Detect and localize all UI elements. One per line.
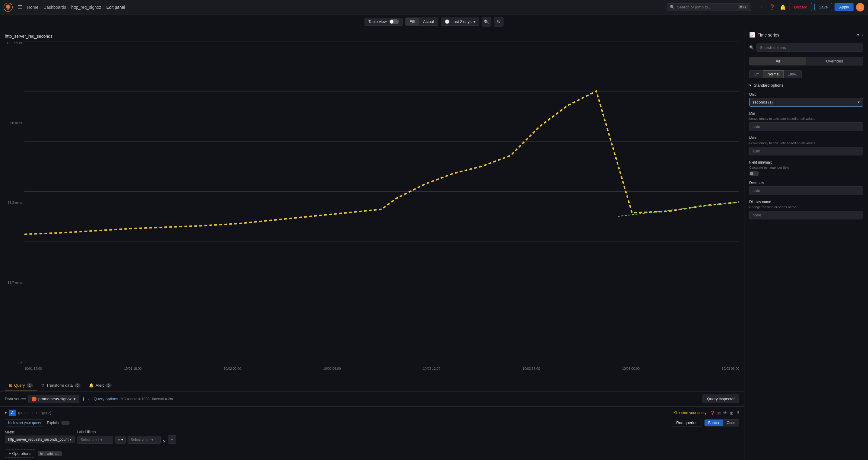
code-button[interactable]: Code [723,420,739,426]
add-button[interactable]: ＋ [758,3,766,11]
top-nav: ☰ Home › Dashboards › http_req_signoz › … [0,0,868,15]
chart-container: 1.11 hours 50 mins 33.3 mins 16.7 mins 0… [5,41,739,373]
y-label-3: 16.7 mins [7,281,22,284]
run-queries-button[interactable]: Run queries [672,419,702,427]
value-select[interactable]: Select value ▾ [127,436,161,444]
query-letter: A [9,410,16,416]
search-options-input[interactable] [756,44,863,52]
min-label: Min [749,111,863,116]
x-label-6: 10/03 00:00 [622,367,640,370]
min-sublabel: Leave empty to calculate based on all va… [749,117,863,120]
time-range-label: Last 2 days [451,19,471,24]
time-range-button[interactable]: 🕐 Last 2 days ▾ [441,18,479,26]
operator-chevron-icon: ▾ [121,438,123,442]
search-box[interactable]: 🔍 Search or jump to... ⌘+k [666,3,751,11]
dropdown-arrow-icon[interactable]: ▾ [857,33,859,37]
max-input[interactable] [749,147,863,155]
breadcrumb-sep-2: › [68,5,70,10]
avatar[interactable]: G [856,3,864,11]
unit-input-wrapper[interactable]: ▾ [749,98,863,107]
unit-input[interactable] [752,100,858,105]
breadcrumb-dashboard[interactable]: http_req_signoz [71,5,101,10]
query-builder-header: ▾ A (prometheus-signoz) Kick start your … [5,410,739,416]
metric-field-group: Metric http_server_requests_seconds_coun… [5,430,75,443]
query-inspector-button[interactable]: Query inspector [703,395,739,403]
expand-icon[interactable]: › [862,33,863,37]
datasource-bar: Data source prometheus-signoz ▾ ℹ › Quer… [0,392,744,407]
min-input[interactable] [749,122,863,131]
builder-button[interactable]: Builder [705,420,723,426]
remove-filter-button[interactable]: ✕ [162,439,166,444]
query-builder: ▾ A (prometheus-signoz) Kick start your … [0,407,744,447]
add-filter-button[interactable]: + [168,435,176,444]
breadcrumb-dashboards[interactable]: Dashboards [43,5,66,10]
display-name-input[interactable] [749,211,863,220]
kick-start-btn[interactable]: Kick start your query [5,419,44,427]
refresh-button[interactable]: ↻ [494,17,503,27]
search-icon: 🔍 [670,5,675,9]
scale-off-button[interactable]: Off [749,70,763,78]
tab-alert[interactable]: 🔔 Alert 0 [85,380,116,391]
datasource-label: Data source [5,397,26,401]
hamburger-icon[interactable]: ☰ [18,4,22,10]
table-view-switch[interactable] [389,19,399,24]
discard-button[interactable]: Discard [789,3,812,11]
explain-toggle[interactable] [61,421,70,425]
tab-query[interactable]: ⊞ Query 1 [5,380,37,391]
query-delete-icon[interactable]: 🗑 [730,410,734,415]
builder-code-toggle: Builder Code [704,419,739,427]
query-options-link[interactable]: Query options [94,397,118,401]
scale-normal-button[interactable]: Normal [763,70,784,78]
query-collapse-button[interactable]: ▾ [5,411,7,415]
display-name-label: Display name [749,200,863,204]
query-help-icon[interactable]: ❓ [710,410,715,415]
notifications-icon[interactable]: 🔔 [779,3,787,11]
decimals-input[interactable] [749,186,863,195]
query-eye-icon[interactable]: 👁 [723,410,727,415]
transform-tab-icon: ⇄ [41,383,44,387]
field-minmax-toggle-row [749,171,863,176]
right-panel-title: Time series [758,33,855,37]
zoom-out-button[interactable]: 🔍 [482,17,491,27]
table-view-toggle: Table view [365,18,403,26]
toggle-all[interactable]: All [749,57,806,65]
scale-100-button[interactable]: 100% [783,70,802,78]
metric-value: http_server_requests_seconds_count [8,437,68,441]
fill-button[interactable]: Fill [405,18,419,25]
field-minmax-toggle[interactable] [749,171,759,176]
standard-options-header[interactable]: ▾ Standard options [744,81,868,90]
datasource-info-icon[interactable]: ℹ [82,395,85,403]
apply-button[interactable]: Apply [835,3,854,11]
breadcrumb-home[interactable]: Home [27,5,38,10]
chevron-down-icon: ▾ [73,397,76,401]
query-drag-icon[interactable]: ⠿ [736,410,739,415]
query-tab-badge: 1 [27,383,33,387]
tab-transform[interactable]: ⇄ Transform data 0 [37,380,85,391]
operator-text: = [118,438,120,442]
add-operations-button[interactable]: + Operations [5,450,35,458]
select-label-text: Select label [81,438,99,442]
save-button[interactable]: Save [814,3,832,11]
query-copy-icon[interactable]: ⧉ [718,410,720,415]
grafana-logo[interactable] [4,3,13,12]
datasource-select[interactable]: prometheus-signoz ▾ [28,395,79,403]
label-chevron-icon: ▾ [100,438,102,442]
label-filter-row: Select label ▾ = ▾ Select value ▾ [77,435,176,444]
metric-select[interactable]: http_server_requests_seconds_count ▾ [5,436,75,443]
time-series-icon: 📈 [749,32,755,38]
operator-select[interactable]: = ▾ [115,436,125,444]
decimals-field: Decimals [749,181,863,195]
right-panel-header: 📈 Time series ▾ › [744,29,868,41]
toggle-overrides[interactable]: Overrides [806,57,863,65]
left-panel: http_server_req_seconds 1.11 hours 50 mi… [0,29,744,460]
actual-button[interactable]: Actual [419,18,438,25]
kick-start-button[interactable]: Kick start your query [674,411,706,415]
max-field: Max Leave empty to calculate based on al… [749,136,863,155]
min-field: Min Leave empty to calculate based on al… [749,111,863,131]
max-sublabel: Leave empty to calculate based on all va… [749,141,863,145]
help-icon[interactable]: ❓ [768,3,776,11]
chart-area: http_server_req_seconds 1.11 hours 50 mi… [0,29,744,380]
label-select[interactable]: Select label ▾ [77,436,113,444]
operations-bar: + Operations hint: add rate [0,447,744,460]
query-meta-interval: Interval = 2m [152,397,173,401]
